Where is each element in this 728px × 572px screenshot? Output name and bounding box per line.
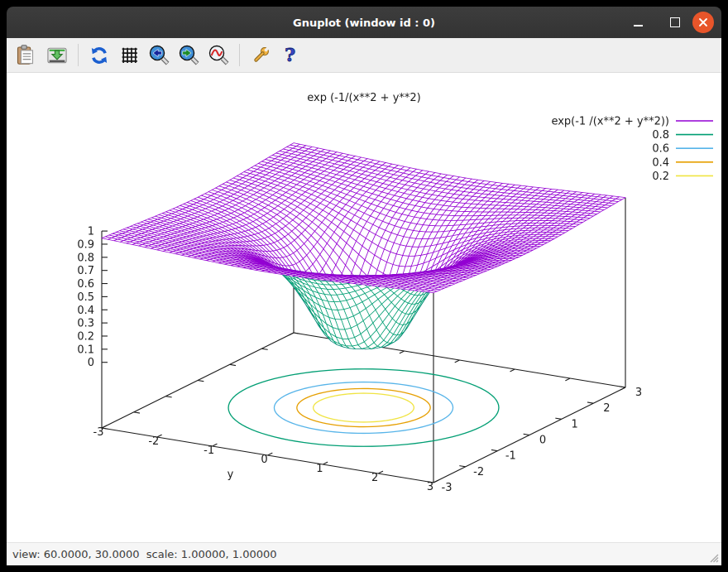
maximize-button[interactable]: [665, 7, 685, 38]
plot-canvas[interactable]: [7, 73, 721, 542]
export-plot-button[interactable]: [43, 41, 71, 70]
previous-zoom-button[interactable]: [145, 41, 173, 70]
status-text: view: 60.0000, 30.0000 scale: 1.00000, 1…: [12, 548, 277, 560]
toggle-grid-button[interactable]: [115, 41, 143, 70]
zoom-previous-icon: [148, 44, 170, 66]
svg-text:?: ?: [284, 44, 295, 65]
toolbar: ?: [7, 38, 721, 73]
help-button[interactable]: ?: [275, 41, 304, 70]
zoom-next-icon: [178, 44, 200, 66]
clipboard-icon: [14, 44, 36, 66]
toolbar-separator: [239, 44, 240, 66]
options-button[interactable]: [247, 41, 275, 70]
status-bar: view: 60.0000, 30.0000 scale: 1.00000, 1…: [7, 542, 721, 565]
autoscale-button[interactable]: [204, 41, 232, 70]
wrench-icon: [250, 44, 272, 66]
minimize-icon: [634, 25, 643, 26]
close-button[interactable]: [690, 7, 716, 38]
minimize-button[interactable]: [628, 7, 648, 38]
gnuplot-window: Gnuplot (window id : 0): [7, 7, 721, 565]
screen: { "window": { "title": "Gnuplot (window …: [0, 0, 728, 572]
maximize-icon: [670, 17, 680, 27]
zoom-autoscale-icon: [208, 44, 230, 66]
next-zoom-button[interactable]: [175, 41, 203, 70]
export-icon: [46, 44, 69, 67]
grid-icon: [119, 45, 140, 65]
replot-button[interactable]: [85, 41, 113, 70]
toolbar-separator: [78, 44, 79, 66]
copy-to-clipboard-button[interactable]: [11, 41, 39, 70]
plot-area: [7, 73, 721, 542]
resize-grip-icon[interactable]: [706, 550, 719, 563]
close-icon: [692, 12, 714, 33]
title-bar[interactable]: Gnuplot (window id : 0): [7, 7, 721, 38]
help-icon: ?: [279, 44, 301, 66]
window-title: Gnuplot (window id : 0): [293, 17, 435, 29]
refresh-icon: [89, 45, 110, 66]
